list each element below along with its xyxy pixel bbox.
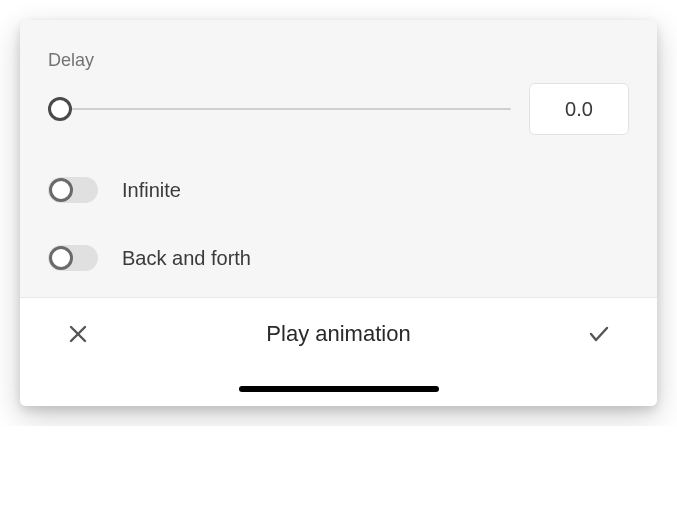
home-indicator[interactable] [239,386,439,392]
infinite-row: Infinite [48,177,629,203]
delay-label: Delay [48,50,629,71]
home-indicator-area [20,358,657,406]
animation-settings-panel: Delay 0.0 Infinite Back and forth [20,20,657,406]
infinite-toggle-knob [49,178,73,202]
footer-title: Play animation [92,321,585,347]
delay-slider-thumb[interactable] [48,97,72,121]
footer-bar: Play animation [20,298,657,358]
infinite-label: Infinite [122,179,181,202]
check-icon [587,322,611,346]
back-and-forth-toggle[interactable] [48,245,98,271]
back-and-forth-label: Back and forth [122,247,251,270]
back-and-forth-toggle-knob [49,246,73,270]
settings-content: Delay 0.0 Infinite Back and forth [20,20,657,297]
delay-row: 0.0 [48,83,629,135]
infinite-toggle[interactable] [48,177,98,203]
back-and-forth-row: Back and forth [48,245,629,271]
close-icon [66,322,90,346]
delay-slider[interactable] [48,96,511,122]
delay-slider-track [48,108,511,110]
delay-value-input[interactable]: 0.0 [529,83,629,135]
confirm-button[interactable] [585,320,613,348]
close-button[interactable] [64,320,92,348]
